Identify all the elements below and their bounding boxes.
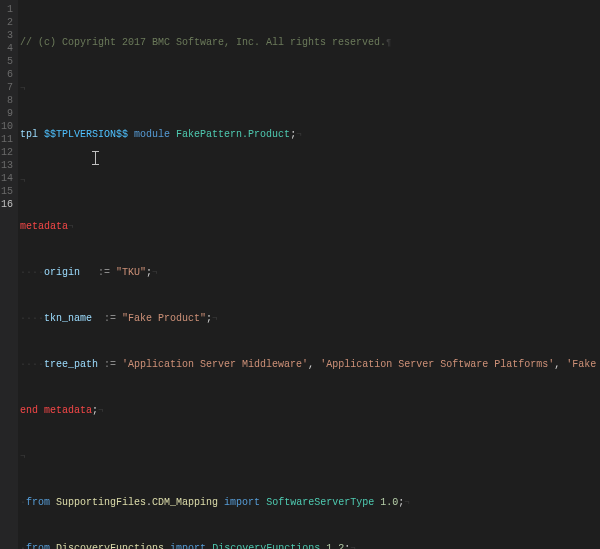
eol-marker: ¬ [212,314,217,324]
code-area[interactable]: // (c) Copyright 2017 BMC Software, Inc.… [18,0,600,549]
code-line[interactable]: metadata¬ [20,220,600,233]
eol-marker: ¬ [152,268,157,278]
code-line[interactable]: ····tree_path := 'Application Server Mid… [20,358,600,371]
code-line[interactable]: ·from SupportingFiles.CDM_Mapping import… [20,496,600,509]
line-number: 5 [0,55,18,68]
comment-text: // (c) Copyright 2017 BMC Software, Inc.… [20,37,386,48]
line-number: 12 [0,146,18,159]
line-number: 9 [0,107,18,120]
string-literal: 'Application Server Middleware' [122,359,308,370]
line-number: 2 [0,16,18,29]
line-number: 8 [0,94,18,107]
keyword-import: import [224,497,260,508]
line-number: 1 [0,3,18,16]
code-line[interactable]: ····origin := "TKU";¬ [20,266,600,279]
string-literal: 'Fake Product' [566,359,600,370]
line-number: 16 [0,198,18,211]
string-literal: "Fake Product" [122,313,206,324]
keyword-import: import [170,543,206,549]
module-name: FakePattern.Product [176,129,290,140]
symbol: SoftwareServerType [266,497,374,508]
symbol: DiscoveryFunctions [212,543,320,549]
eol-marker: ¬ [20,452,25,462]
line-number: 15 [0,185,18,198]
eol-marker: ¬ [296,130,301,140]
keyword-metadata: metadata [44,405,92,416]
line-number: 10 [0,120,18,133]
assign-op: := [98,267,110,278]
code-editor[interactable]: 1 2 3 4 5 6 7 8 9 10 11 12 13 14 15 16 /… [0,0,600,549]
assign-op: := [104,313,116,324]
eol-marker: ¬ [20,84,25,94]
string-literal: 'Application Server Software Platforms' [320,359,554,370]
line-number: 11 [0,133,18,146]
keyword-from: from [26,497,50,508]
line-number: 6 [0,68,18,81]
field-tkn-name: tkn_name [44,313,92,324]
version-number: 1.0 [380,497,398,508]
keyword-module: module [134,129,170,140]
eol-marker: ¬ [20,176,25,186]
keyword-tpl: tpl [20,129,38,140]
line-number: 14 [0,172,18,185]
code-line[interactable]: ¬ [20,174,600,187]
eol-marker: ¬ [404,498,409,508]
line-number-gutter: 1 2 3 4 5 6 7 8 9 10 11 12 13 14 15 16 [0,0,18,549]
field-tree-path: tree_path [44,359,98,370]
code-line[interactable]: ····tkn_name := "Fake Product";¬ [20,312,600,325]
field-origin: origin [44,267,80,278]
module-ident: SupportingFiles [56,497,146,508]
line-number: 4 [0,42,18,55]
line-number: 3 [0,29,18,42]
code-line[interactable]: ·from DiscoveryFunctions import Discover… [20,542,600,549]
eol-marker: ¬ [350,544,355,549]
eol-marker: ¬ [68,222,73,232]
line-number: 7 [0,81,18,94]
keyword-from: from [26,543,50,549]
assign-op: := [104,359,116,370]
version-number: 1.2 [326,543,344,549]
code-line[interactable]: end metadata;¬ [20,404,600,417]
line-number: 13 [0,159,18,172]
text-cursor-icon [95,152,96,164]
code-line[interactable]: tpl $$TPLVERSION$$ module FakePattern.Pr… [20,128,600,141]
code-line[interactable]: // (c) Copyright 2017 BMC Software, Inc.… [20,36,600,49]
string-literal: "TKU" [116,267,146,278]
keyword-end: end [20,405,38,416]
module-ident: CDM_Mapping [152,497,218,508]
tpl-version-var: $$TPLVERSION$$ [44,129,128,140]
code-line[interactable]: ¬ [20,450,600,463]
keyword-metadata: metadata [20,221,68,232]
eol-marker: ¬ [98,406,103,416]
module-ident: DiscoveryFunctions [56,543,164,549]
code-line[interactable]: ¬ [20,82,600,95]
eol-marker: ¶ [386,38,391,48]
